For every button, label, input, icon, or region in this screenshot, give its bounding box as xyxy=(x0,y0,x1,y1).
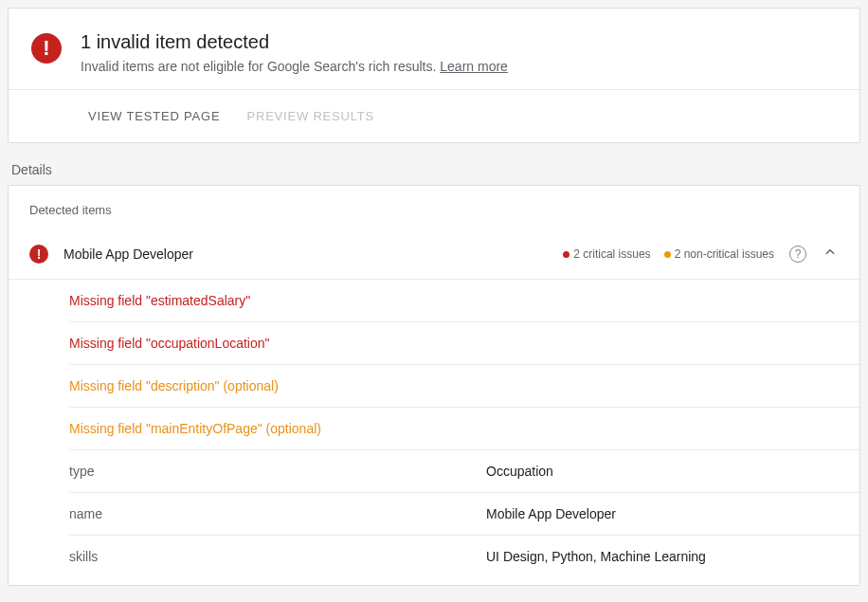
property-value: UI Design, Python, Machine Learning xyxy=(486,549,706,564)
error-icon: ! xyxy=(31,33,62,64)
property-row: nameMobile App Developer xyxy=(69,493,859,536)
error-icon: ! xyxy=(29,245,48,264)
learn-more-link[interactable]: Learn more xyxy=(440,59,508,74)
detected-item-name: Mobile App Developer xyxy=(63,246,548,262)
property-value: Mobile App Developer xyxy=(486,506,616,521)
property-key: type xyxy=(69,464,486,479)
detected-item-header[interactable]: ! Mobile App Developer 2 critical issues… xyxy=(9,234,859,280)
chevron-up-icon[interactable] xyxy=(822,244,839,264)
property-row: typeOccupation xyxy=(69,450,859,493)
issue-row[interactable]: Missing field "estimatedSalary" xyxy=(69,280,859,322)
tab-row: VIEW TESTED PAGE PREVIEW RESULTS xyxy=(9,89,859,142)
help-icon[interactable]: ? xyxy=(789,246,806,263)
details-card: Detected items ! Mobile App Developer 2 … xyxy=(8,185,860,586)
alert-card: ! 1 invalid item detected Invalid items … xyxy=(8,8,860,143)
red-dot-icon xyxy=(563,251,570,258)
property-key: skills xyxy=(69,549,486,564)
property-key: name xyxy=(69,506,486,521)
tab-view-tested-page[interactable]: VIEW TESTED PAGE xyxy=(88,90,220,142)
orange-dot-icon xyxy=(664,251,671,258)
noncritical-count-text: 2 non-critical issues xyxy=(675,247,774,261)
critical-count-text: 2 critical issues xyxy=(573,247,650,261)
details-section-label: Details xyxy=(0,151,868,185)
issue-badges: 2 critical issues 2 non-critical issues xyxy=(563,247,774,261)
issue-list: Missing field "estimatedSalary"Missing f… xyxy=(9,280,859,585)
property-row: skillsUI Design, Python, Machine Learnin… xyxy=(69,536,859,577)
tab-preview-results: PREVIEW RESULTS xyxy=(246,90,374,142)
alert-title: 1 invalid item detected xyxy=(81,31,508,53)
noncritical-issues-badge: 2 non-critical issues xyxy=(664,247,774,261)
alert-header: ! 1 invalid item detected Invalid items … xyxy=(9,9,859,89)
issue-row[interactable]: Missing field "occupationLocation" xyxy=(69,322,859,365)
alert-subtitle-text: Invalid items are not eligible for Googl… xyxy=(81,59,440,74)
alert-subtitle: Invalid items are not eligible for Googl… xyxy=(81,59,508,74)
issue-row[interactable]: Missing field "mainEntityOfPage" (option… xyxy=(69,408,859,450)
issue-row[interactable]: Missing field "description" (optional) xyxy=(69,365,859,408)
detected-items-label: Detected items xyxy=(9,203,859,234)
critical-issues-badge: 2 critical issues xyxy=(563,247,650,261)
alert-text-block: 1 invalid item detected Invalid items ar… xyxy=(81,31,508,74)
property-value: Occupation xyxy=(486,464,553,479)
